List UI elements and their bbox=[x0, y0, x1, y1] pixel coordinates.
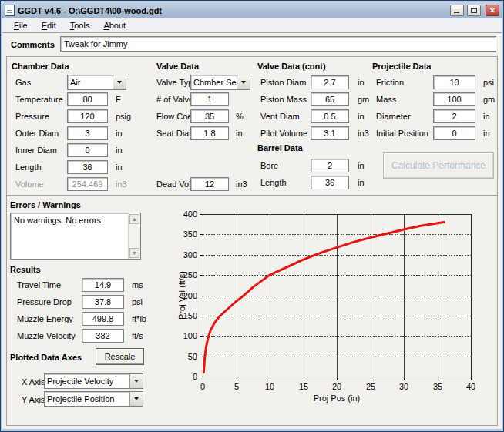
close-button[interactable]: ✕ bbox=[486, 5, 499, 16]
temperature-label: Temperature bbox=[15, 95, 63, 105]
scroll-up-icon[interactable]: ▲ bbox=[129, 214, 139, 224]
inner-diam-field[interactable] bbox=[67, 143, 108, 157]
x-axis-select[interactable]: Projectile Velocity bbox=[44, 373, 143, 389]
chevron-down-icon[interactable] bbox=[113, 75, 126, 89]
chamber-length-field[interactable] bbox=[67, 160, 108, 174]
friction-label: Friction bbox=[376, 78, 404, 88]
minimize-icon bbox=[454, 12, 459, 13]
y-axis-value: Projectile Position bbox=[45, 392, 129, 406]
proj-mass-label: Mass bbox=[376, 95, 396, 105]
y-axis-select[interactable]: Projectile Position bbox=[44, 391, 143, 407]
muzzle-velocity-label: Muzzle Velocity bbox=[17, 331, 76, 341]
bore-unit: in bbox=[358, 161, 365, 171]
errors-scrollbar[interactable]: ▲ ▼ bbox=[128, 213, 140, 259]
minimize-button[interactable] bbox=[450, 5, 464, 16]
menu-about[interactable]: About bbox=[96, 19, 133, 32]
pressure-drop-label: Pressure Drop bbox=[17, 297, 72, 307]
calculate-performance-button: Calculate Performance bbox=[383, 152, 494, 179]
chevron-down-icon[interactable] bbox=[237, 75, 250, 89]
x-axis-value: Projectile Velocity bbox=[45, 374, 129, 388]
errors-textbox[interactable]: No warnings. No errors. ▲ ▼ bbox=[10, 213, 141, 260]
pressure-drop-unit: psi bbox=[132, 297, 143, 307]
proj-diameter-field[interactable] bbox=[433, 109, 475, 123]
rescale-button[interactable]: Rescale bbox=[96, 348, 144, 365]
pressure-label: Pressure bbox=[15, 112, 49, 122]
pilot-volume-unit: in3 bbox=[358, 129, 369, 139]
menu-file[interactable]: File bbox=[7, 19, 35, 32]
proj-diameter-unit: in bbox=[483, 112, 490, 122]
plotted-axes-section-title: Plotted Data Axes bbox=[10, 353, 82, 363]
piston-mass-unit: gm bbox=[358, 95, 369, 105]
svg-text:10: 10 bbox=[265, 382, 274, 391]
valve-type-select[interactable]: Chmber Seal bbox=[190, 75, 250, 90]
friction-field[interactable] bbox=[433, 75, 475, 89]
menu-edit[interactable]: Edit bbox=[35, 19, 63, 32]
gas-label: Gas bbox=[15, 78, 31, 88]
barrel-length-field[interactable] bbox=[311, 176, 349, 189]
performance-chart: 0501001502002503003504000510152025303540… bbox=[177, 203, 501, 427]
pressure-unit: psig bbox=[116, 112, 131, 122]
flow-coef-label: Flow Coef bbox=[156, 112, 195, 122]
svg-text:20: 20 bbox=[332, 382, 341, 391]
valve-cont-section-title: Valve Data (cont) bbox=[257, 62, 326, 72]
vent-diam-field[interactable] bbox=[311, 109, 349, 123]
temperature-unit: F bbox=[116, 95, 121, 105]
x-axis-label: X Axis bbox=[22, 377, 45, 387]
initial-position-field[interactable] bbox=[433, 126, 475, 140]
svg-text:Proj Pos (in): Proj Pos (in) bbox=[314, 393, 361, 403]
seat-diam-field[interactable] bbox=[190, 126, 229, 140]
travel-time-field bbox=[82, 278, 124, 292]
pressure-drop-field bbox=[82, 295, 124, 309]
scroll-down-icon[interactable]: ▼ bbox=[129, 248, 139, 258]
temperature-field[interactable] bbox=[67, 92, 108, 106]
flow-coef-field[interactable] bbox=[190, 109, 229, 123]
proj-diameter-label: Diameter bbox=[376, 112, 411, 122]
projectile-section-title: Projectile Data bbox=[372, 62, 431, 72]
errors-text: No warnings. No errors. bbox=[14, 216, 126, 226]
svg-text:100: 100 bbox=[183, 331, 197, 340]
svg-text:5: 5 bbox=[234, 382, 239, 391]
volume-field bbox=[67, 177, 108, 191]
pilot-volume-field[interactable] bbox=[311, 126, 349, 140]
svg-text:400: 400 bbox=[183, 209, 197, 219]
svg-text:50: 50 bbox=[188, 352, 197, 361]
app-window: GGDT v4.6 - O:\GGDT4\00-wood.gdt ✕ File … bbox=[0, 0, 504, 432]
chevron-down-icon[interactable] bbox=[129, 374, 143, 388]
chevron-down-icon[interactable] bbox=[129, 392, 143, 406]
vent-diam-label: Vent Diam bbox=[260, 112, 300, 122]
vent-diam-unit: in bbox=[358, 112, 365, 122]
svg-text:30: 30 bbox=[399, 382, 408, 391]
friction-unit: psi bbox=[483, 78, 494, 88]
dead-volume-field[interactable] bbox=[190, 177, 229, 191]
y-axis-label: Y Axis bbox=[22, 395, 45, 405]
comments-input[interactable] bbox=[60, 36, 496, 52]
svg-text:Proj Vel (ft/s): Proj Vel (ft/s) bbox=[177, 271, 186, 320]
travel-time-label: Travel Time bbox=[17, 280, 61, 290]
pressure-field[interactable] bbox=[67, 109, 108, 123]
outer-diam-unit: in bbox=[116, 129, 123, 139]
menu-bar: File Edit Tools About bbox=[2, 18, 502, 33]
bore-field[interactable] bbox=[311, 159, 349, 172]
svg-text:0: 0 bbox=[200, 382, 205, 391]
piston-mass-label: Piston Mass bbox=[260, 95, 307, 105]
dead-volume-unit: in3 bbox=[236, 179, 247, 189]
barrel-section-title: Barrel Data bbox=[257, 143, 303, 153]
piston-mass-field[interactable] bbox=[311, 92, 349, 106]
flow-coef-unit: % bbox=[236, 112, 244, 122]
menu-tools[interactable]: Tools bbox=[63, 19, 97, 32]
title-bar[interactable]: GGDT v4.6 - O:\GGDT4\00-wood.gdt ✕ bbox=[2, 2, 502, 18]
num-valves-field[interactable] bbox=[190, 92, 229, 106]
chamber-section-title: Chamber Data bbox=[12, 62, 69, 72]
outer-diam-field[interactable] bbox=[67, 126, 108, 140]
window-title: GGDT v4.6 - O:\GGDT4\00-wood.gdt bbox=[18, 6, 447, 15]
gas-select[interactable]: Air bbox=[67, 75, 126, 90]
svg-text:40: 40 bbox=[466, 382, 475, 391]
svg-text:350: 350 bbox=[183, 229, 197, 239]
valve-section-title: Valve Data bbox=[156, 62, 199, 72]
maximize-button[interactable] bbox=[467, 5, 481, 16]
svg-text:25: 25 bbox=[366, 382, 375, 391]
proj-mass-field[interactable] bbox=[433, 92, 475, 106]
gas-value: Air bbox=[68, 75, 113, 89]
barrel-length-label: Length bbox=[260, 178, 287, 188]
piston-diam-field[interactable] bbox=[311, 75, 349, 89]
